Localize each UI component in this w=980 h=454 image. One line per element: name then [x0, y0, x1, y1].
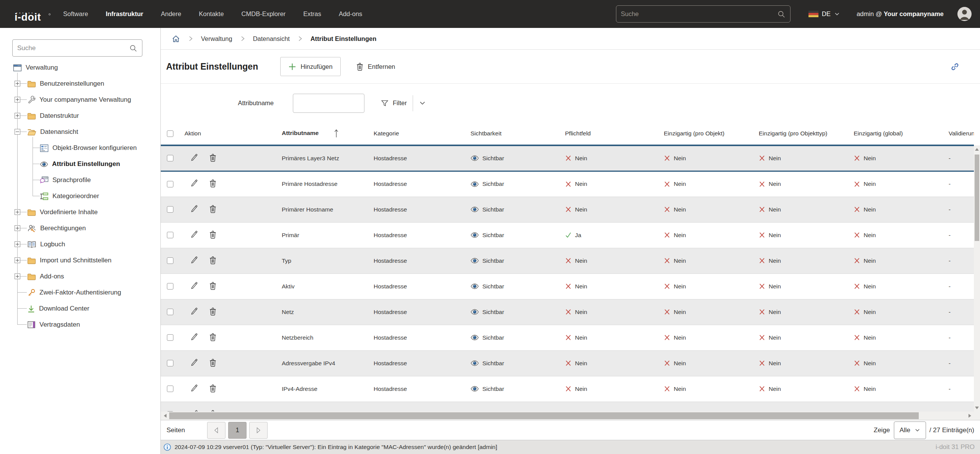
row-checkbox[interactable]	[167, 181, 173, 187]
table-row[interactable]: Primärer HostnameHostadresseSichtbarNein…	[161, 197, 974, 222]
table-row[interactable]: Adressvergabe IPv6HostadresseSichtbarNei…	[161, 402, 974, 412]
edit-button[interactable]	[190, 333, 199, 341]
delete-button[interactable]	[209, 358, 217, 367]
sidebar-item-download-center[interactable]: Download Center	[0, 301, 160, 317]
sidebar-item-objekt-browser-konfigurieren[interactable]: Objekt-Browser konfigurieren	[0, 140, 160, 156]
delete-button[interactable]	[209, 179, 217, 187]
breadcrumb-item[interactable]: Datenansicht	[253, 35, 290, 42]
vertical-scrollbar-thumb[interactable]	[975, 155, 979, 241]
expand-icon[interactable]	[15, 273, 20, 279]
page-size-select[interactable]: Alle	[894, 421, 926, 439]
nav-item-add-ons[interactable]: Add-ons	[330, 10, 371, 18]
avatar[interactable]	[957, 7, 972, 21]
edit-button[interactable]	[190, 307, 199, 316]
table-row[interactable]: Primäre HostadresseHostadresseSichtbarNe…	[161, 171, 974, 197]
home-icon[interactable]	[172, 34, 180, 43]
sidebar-item-attribut-einstellungen[interactable]: Attribut Einstellungen	[0, 156, 160, 172]
sidebar-item-verwaltung[interactable]: Verwaltung	[0, 60, 160, 76]
nav-item-andere[interactable]: Andere	[152, 10, 190, 18]
row-checkbox[interactable]	[167, 386, 173, 392]
column-header-validierung[interactable]: Validierung	[942, 122, 974, 145]
expand-icon[interactable]	[15, 97, 20, 103]
edit-button[interactable]	[190, 179, 199, 187]
collapse-icon[interactable]	[15, 129, 20, 135]
column-header-attributname[interactable]: Attributname	[276, 122, 368, 145]
edit-button[interactable]	[190, 256, 199, 264]
current-page-button[interactable]: 1	[228, 422, 247, 439]
previous-page-button[interactable]	[207, 422, 225, 439]
select-all-checkbox[interactable]	[167, 130, 173, 137]
remove-button[interactable]: Entfernen	[351, 57, 401, 76]
table-row[interactable]: Primäres Layer3 NetzHostadresseSichtbarN…	[161, 145, 974, 171]
row-checkbox[interactable]	[167, 360, 173, 366]
sidebar-item-datenstruktur[interactable]: Datenstruktur	[0, 108, 160, 124]
sidebar-item-logbuch[interactable]: Logbuch	[0, 236, 160, 252]
attribute-name-filter-input[interactable]	[293, 94, 364, 113]
expand-icon[interactable]	[15, 209, 20, 215]
nav-item-infrastruktur[interactable]: Infrastruktur	[97, 10, 152, 18]
column-header-einzigartig-pro-objekt-[interactable]: Einzigartig (pro Objekt)	[658, 122, 753, 145]
table-row[interactable]: TypHostadresseSichtbarNeinNeinNeinNein-	[161, 248, 974, 273]
sidebar-item-vertragsdaten[interactable]: Vertragsdaten	[0, 317, 160, 333]
delete-button[interactable]	[209, 230, 217, 239]
scroll-up-arrow[interactable]	[974, 146, 980, 152]
breadcrumb-item[interactable]: Attribut Einstellungen	[310, 35, 376, 42]
scroll-down-arrow[interactable]	[974, 405, 980, 411]
delete-button[interactable]	[209, 256, 217, 264]
row-checkbox[interactable]	[167, 309, 173, 315]
expand-icon[interactable]	[15, 225, 20, 231]
expand-icon[interactable]	[15, 241, 20, 247]
sidebar-item-your-companyname-verwaltung[interactable]: Your companyname Verwaltung	[0, 92, 160, 108]
edit-button[interactable]	[190, 358, 199, 367]
column-header-einzigartig-pro-objekttyp-[interactable]: Einzigartig (pro Objekttyp)	[753, 122, 848, 145]
filter-options-chevron[interactable]	[419, 99, 426, 107]
expand-icon[interactable]	[15, 81, 20, 86]
user-menu[interactable]: admin @ Your companyname	[857, 10, 944, 18]
add-button[interactable]: Hinzufügen	[280, 57, 340, 76]
column-header-sichtbarkeit[interactable]: Sichtbarkeit	[464, 122, 559, 145]
delete-button[interactable]	[209, 153, 217, 162]
delete-button[interactable]	[209, 384, 217, 392]
row-checkbox[interactable]	[167, 334, 173, 341]
expand-icon[interactable]	[15, 113, 20, 119]
row-checkbox[interactable]	[167, 283, 173, 290]
table-row[interactable]: Adressvergabe IPv4HostadresseSichtbarNei…	[161, 350, 974, 376]
table-row[interactable]: IPv4-AdresseHostadresseSichtbarNeinNeinN…	[161, 376, 974, 402]
horizontal-scrollbar-thumb[interactable]	[169, 412, 919, 419]
filter-button[interactable]: Filter	[381, 99, 407, 107]
delete-button[interactable]	[209, 205, 217, 213]
sidebar-item-add-ons[interactable]: Add-ons	[0, 268, 160, 285]
edit-button[interactable]	[190, 153, 199, 162]
language-selector[interactable]: DE	[808, 10, 840, 18]
sidebar-item-benutzereinstellungen[interactable]: Benutzereinstellungen	[0, 76, 160, 92]
table-row[interactable]: NetzHostadresseSichtbarNeinNeinNeinNein-	[161, 299, 974, 325]
breadcrumb-item[interactable]: Verwaltung	[201, 35, 232, 42]
delete-button[interactable]	[209, 307, 217, 316]
table-row[interactable]: AktivHostadresseSichtbarNeinNeinNeinNein…	[161, 273, 974, 299]
sidebar-item-kategorieordner[interactable]: Kategorieordner	[0, 188, 160, 204]
row-checkbox[interactable]	[167, 257, 173, 264]
edit-button[interactable]	[190, 384, 199, 392]
search-icon[interactable]	[777, 10, 786, 18]
column-header-aktion[interactable]: Aktion	[178, 122, 276, 145]
nav-item-software[interactable]: Software	[54, 10, 97, 18]
column-header-einzigartig-global-[interactable]: Einzigartig (global)	[848, 122, 942, 145]
table-row[interactable]: NetzbereichHostadresseSichtbarNeinNeinNe…	[161, 325, 974, 350]
global-search-input[interactable]	[621, 10, 777, 18]
edit-button[interactable]	[190, 205, 199, 213]
sidebar-item-zwei-faktor-authentisierung[interactable]: Zwei-Faktor-Authentisierung	[0, 285, 160, 301]
column-header-kategorie[interactable]: Kategorie	[368, 122, 464, 145]
column-header-pflichtfeld[interactable]: Pflichtfeld	[559, 122, 658, 145]
search-icon[interactable]	[129, 44, 137, 52]
delete-button[interactable]	[209, 333, 217, 341]
scroll-right-arrow[interactable]	[965, 412, 974, 420]
row-checkbox[interactable]	[167, 232, 173, 238]
nav-item-kontakte[interactable]: Kontakte	[190, 10, 232, 18]
edit-button[interactable]	[190, 230, 199, 239]
delete-button[interactable]	[209, 282, 217, 290]
expand-icon[interactable]	[15, 257, 20, 263]
row-checkbox[interactable]	[167, 206, 173, 213]
table-row[interactable]: PrimärHostadresseSichtbarJaNeinNeinNein-	[161, 222, 974, 248]
sidebar-item-sprachprofile[interactable]: Sprachprofile	[0, 172, 160, 188]
sidebar-item-berechtigungen[interactable]: Berechtigungen	[0, 220, 160, 236]
